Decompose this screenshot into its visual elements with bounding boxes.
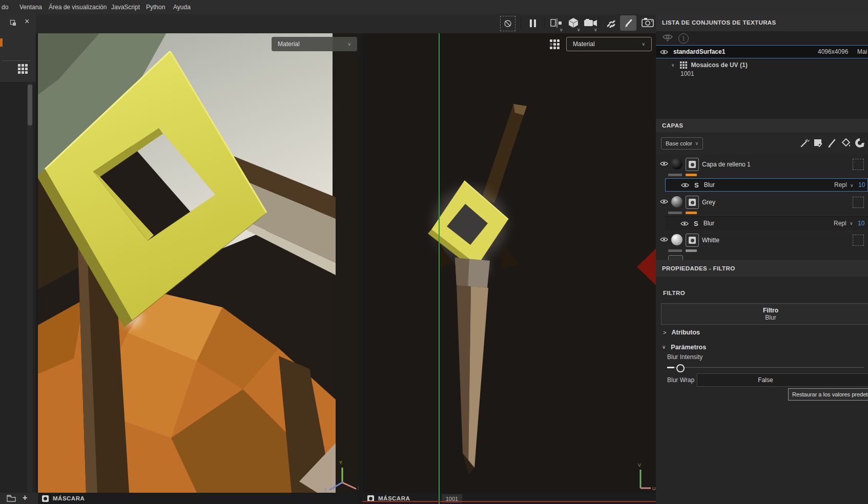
layers-title: CAPAS xyxy=(662,122,683,129)
sidebar-scrollbar-track[interactable] xyxy=(27,83,33,492)
sidebar-scrollbar-thumb[interactable] xyxy=(28,85,32,125)
fill-layer-thumbnail[interactable] xyxy=(686,234,699,247)
viewport-2d[interactable]: V U Material ∨ xyxy=(364,33,656,493)
uv-tiles-icon xyxy=(680,61,687,69)
attributes-group-label: Atributos xyxy=(671,329,700,336)
menu-item-modo[interactable]: do xyxy=(2,4,8,11)
substance-icon: S xyxy=(694,220,698,227)
uv-tile-filter-icon[interactable]: 1 xyxy=(678,33,689,44)
add-paint-layer-icon[interactable] xyxy=(827,138,837,148)
chevron-down-icon[interactable]: ∨ xyxy=(560,28,563,32)
menu-item-ventana[interactable]: Ventana xyxy=(19,4,42,11)
chevron-down-icon[interactable]: ∨ xyxy=(850,183,854,188)
restore-window-icon[interactable] xyxy=(9,19,16,26)
filter-resource-slot[interactable]: Filtro Blur xyxy=(661,303,868,325)
eye-icon[interactable] xyxy=(660,161,668,166)
properties-body: FILTRO Filtro Blur > Atributos ∨ Parámet… xyxy=(656,277,868,504)
texture-set-resolution: 4096x4096 xyxy=(818,48,848,55)
blend-mode[interactable]: Repl xyxy=(834,181,847,188)
channel-bar-orange xyxy=(686,212,697,214)
add-layer-icon[interactable]: + xyxy=(23,493,27,502)
eye-icon[interactable] xyxy=(660,237,668,242)
add-effect-wand-icon[interactable] xyxy=(799,138,810,148)
filter-slot-title: Filtro xyxy=(658,307,868,314)
viewport-3d-mode-icon[interactable] xyxy=(568,17,579,28)
selection-disabled-icon[interactable] xyxy=(500,16,515,31)
chevron-down-icon: ∨ xyxy=(695,141,698,146)
toolbar-separator xyxy=(521,18,521,29)
effect-row-selected[interactable]: S Blur Repl ∨ 10 xyxy=(665,178,868,192)
close-panel-icon[interactable]: × xyxy=(25,17,29,26)
pause-engine-icon[interactable] xyxy=(529,19,537,27)
camera-view-icon[interactable] xyxy=(584,19,597,27)
mask-channel-icon[interactable] xyxy=(42,495,49,502)
blur-intensity-slider-knob[interactable] xyxy=(676,364,685,372)
menu-bar: do Ventana Área de visualización JavaScr… xyxy=(0,0,868,14)
eye-icon[interactable] xyxy=(660,49,668,55)
effect-name[interactable]: Blur xyxy=(704,220,714,227)
layer-row[interactable]: Whitte xyxy=(656,230,868,254)
fill-layer-thumbnail[interactable] xyxy=(686,196,699,209)
effect-row[interactable]: S Blur Repl ∨ 10 xyxy=(665,216,868,230)
eye-icon[interactable] xyxy=(680,221,689,226)
particles-icon[interactable] xyxy=(606,18,617,29)
mask-slot-placeholder[interactable] xyxy=(853,159,864,170)
left-sidebar: × xyxy=(0,14,36,493)
chevron-down-icon: ∨ xyxy=(642,42,645,47)
parameters-group-toggle[interactable]: ∨ Parámetros xyxy=(662,344,706,351)
grid-view-icon[interactable] xyxy=(17,64,28,74)
attributes-group-toggle[interactable]: > Atributos xyxy=(663,329,700,336)
scene-2d-render xyxy=(364,33,656,493)
menu-item-ayuda[interactable]: Ayuda xyxy=(173,4,191,11)
screenshot-camera-icon[interactable] xyxy=(642,17,655,28)
viewport-3d[interactable]: Y X Z Material ∨ xyxy=(38,33,359,493)
uv-axis-red-line xyxy=(362,501,656,502)
effect-name[interactable]: Blur xyxy=(704,181,715,188)
layer-name[interactable]: Capa de relleno 1 xyxy=(702,161,751,168)
uv-tiles-group-row[interactable]: ∨ Mosaicos de UV (1) xyxy=(656,59,868,71)
mask-slot-placeholder[interactable] xyxy=(853,235,864,246)
blur-wrap-value: False xyxy=(758,376,773,384)
layer-name[interactable]: Grey xyxy=(702,199,715,206)
smart-material-icon[interactable] xyxy=(855,138,865,148)
uv-tiles-grid-icon[interactable] xyxy=(549,39,560,49)
shading-mode-dropdown-3d[interactable]: Material ∨ xyxy=(272,37,357,51)
split-view-icon[interactable] xyxy=(550,18,563,28)
blur-intensity-slider-track[interactable] xyxy=(667,367,864,368)
opacity-value[interactable]: 10 xyxy=(858,181,865,188)
menu-item-javascript[interactable]: JavaScript xyxy=(111,4,140,11)
filter-slot-value: Blur xyxy=(658,314,868,321)
chevron-down-icon[interactable]: ∨ xyxy=(671,63,675,68)
shading-mode-dropdown-2d[interactable]: Material ∨ xyxy=(566,37,652,51)
texture-set-row[interactable]: standardSurface1 4096x4096 Mai xyxy=(656,45,868,58)
paint-brush-tool-button[interactable] xyxy=(620,15,636,31)
parameters-group-label: Parámetros xyxy=(671,344,706,351)
add-mask-icon[interactable] xyxy=(813,138,823,148)
layer-name[interactable]: Whitte xyxy=(702,237,719,244)
axis-label-v: V xyxy=(638,463,641,468)
fill-layer-thumbnail[interactable] xyxy=(686,158,699,171)
preset-thumbnail-clipped[interactable] xyxy=(0,38,3,47)
uv-tile-item[interactable]: 1001 xyxy=(680,70,694,77)
eye-icon[interactable] xyxy=(681,182,689,188)
visibility-sync-icon[interactable] xyxy=(662,33,673,41)
chevron-down-icon[interactable]: ∨ xyxy=(594,28,597,32)
chevron-down-icon[interactable]: ∨ xyxy=(577,28,581,32)
add-fill-layer-icon[interactable] xyxy=(841,138,851,148)
axis-label-y: Y xyxy=(339,460,342,465)
blur-wrap-dropdown[interactable]: False xyxy=(697,373,868,387)
opacity-value[interactable]: 10 xyxy=(858,220,864,227)
layer-row[interactable]: Capa de relleno 1 xyxy=(656,155,868,178)
channel-dropdown[interactable]: Base color ∨ xyxy=(661,137,703,150)
sidebar-bottom-bar: + xyxy=(0,493,38,504)
chevron-down-icon[interactable]: ∨ xyxy=(850,221,853,226)
mask-slot-placeholder[interactable] xyxy=(853,197,864,208)
new-folder-icon[interactable] xyxy=(7,495,16,502)
blend-mode[interactable]: Repl xyxy=(834,220,846,227)
layer-row[interactable]: Grey xyxy=(656,193,868,216)
sidebar-divider xyxy=(2,60,31,61)
channel-bar-grey xyxy=(668,174,682,176)
eye-icon[interactable] xyxy=(660,199,668,204)
menu-item-area-visualizacion[interactable]: Área de visualización xyxy=(49,4,107,11)
menu-item-python[interactable]: Python xyxy=(146,4,165,11)
